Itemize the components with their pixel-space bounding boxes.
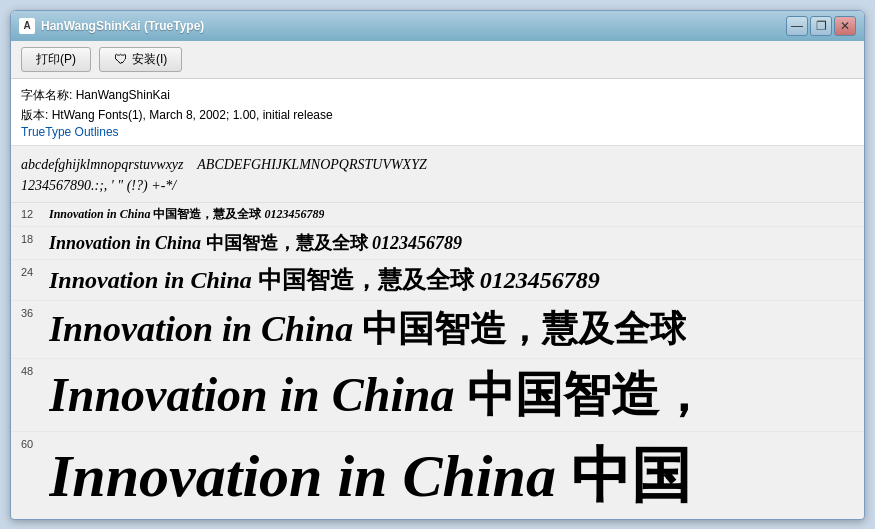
size-label-48: 48 <box>21 363 49 377</box>
table-row: 36 Innovation in China 中国智造，慧及全球 <box>11 301 864 359</box>
title-bar: A HanWangShinKai (TrueType) — ❐ ✕ <box>11 11 864 41</box>
font-name-label: 字体名称: <box>21 88 76 102</box>
main-window: A HanWangShinKai (TrueType) — ❐ ✕ 打印(P) … <box>10 10 865 520</box>
table-row: 60 Innovation in China 中国 <box>11 432 864 518</box>
title-buttons: — ❐ ✕ <box>786 16 856 36</box>
table-row: 18 Innovation in China 中国智造，慧及全球 0123456… <box>11 227 864 260</box>
table-row: 12 Innovation in China 中国智造，慧及全球 0123456… <box>11 203 864 227</box>
sample-text-18: Innovation in China 中国智造，慧及全球 0123456789 <box>49 231 462 255</box>
lowercase-text: abcdefghijklmnopqrstuvwxyz <box>21 157 184 172</box>
sample-text-12: Innovation in China 中国智造，慧及全球 0123456789 <box>49 206 324 223</box>
font-version-label: 版本: <box>21 108 52 122</box>
font-type-line: TrueType Outlines <box>21 125 854 139</box>
size-label-36: 36 <box>21 305 49 319</box>
window-title: HanWangShinKai (TrueType) <box>41 19 204 33</box>
table-row: 24 Innovation in China 中国智造，慧及全球 0123456… <box>11 260 864 301</box>
install-label: 安装(I) <box>132 51 167 68</box>
sample-section: 12 Innovation in China 中国智造，慧及全球 0123456… <box>11 203 864 518</box>
alphabet-numbers-line: 1234567890.:;, ' " (!?) +-*/ <box>21 175 854 196</box>
font-version-value: HtWang Fonts(1), March 8, 2002; 1.00, in… <box>52 108 333 122</box>
print-button[interactable]: 打印(P) <box>21 47 91 72</box>
close-button[interactable]: ✕ <box>834 16 856 36</box>
size-label-12: 12 <box>21 206 49 220</box>
font-name-value: HanWangShinKai <box>76 88 170 102</box>
window-icon: A <box>19 18 35 34</box>
minimize-button[interactable]: — <box>786 16 808 36</box>
font-preview-area[interactable]: abcdefghijklmnopqrstuvwxyz ABCDEFGHIJKLM… <box>11 146 864 518</box>
sample-text-60: Innovation in China 中国 <box>49 436 691 517</box>
sample-text-48: Innovation in China 中国智造， <box>49 363 707 427</box>
toolbar: 打印(P) 🛡 安装(I) <box>11 41 864 79</box>
font-name-line: 字体名称: HanWangShinKai <box>21 85 854 105</box>
font-version-line: 版本: HtWang Fonts(1), March 8, 2002; 1.00… <box>21 105 854 125</box>
install-icon: 🛡 <box>114 51 128 67</box>
sample-text-24: Innovation in China 中国智造，慧及全球 0123456789 <box>49 264 600 296</box>
numbers-text: 1234567890.:;, ' " (!?) +-*/ <box>21 178 176 193</box>
uppercase-text: ABCDEFGHIJKLMNOPQRSTUVWXYZ <box>197 157 426 172</box>
alphabet-section: abcdefghijklmnopqrstuvwxyz ABCDEFGHIJKLM… <box>11 146 864 203</box>
size-label-60: 60 <box>21 436 49 450</box>
alphabet-lowercase-line: abcdefghijklmnopqrstuvwxyz ABCDEFGHIJKLM… <box>21 154 854 175</box>
print-label: 打印(P) <box>36 51 76 68</box>
size-label-18: 18 <box>21 231 49 245</box>
restore-button[interactable]: ❐ <box>810 16 832 36</box>
font-info-block: 字体名称: HanWangShinKai 版本: HtWang Fonts(1)… <box>11 79 864 147</box>
size-label-24: 24 <box>21 264 49 278</box>
sample-text-36: Innovation in China 中国智造，慧及全球 <box>49 305 686 354</box>
install-button[interactable]: 🛡 安装(I) <box>99 47 182 72</box>
title-bar-left: A HanWangShinKai (TrueType) <box>19 18 204 34</box>
table-row: 48 Innovation in China 中国智造， <box>11 359 864 432</box>
